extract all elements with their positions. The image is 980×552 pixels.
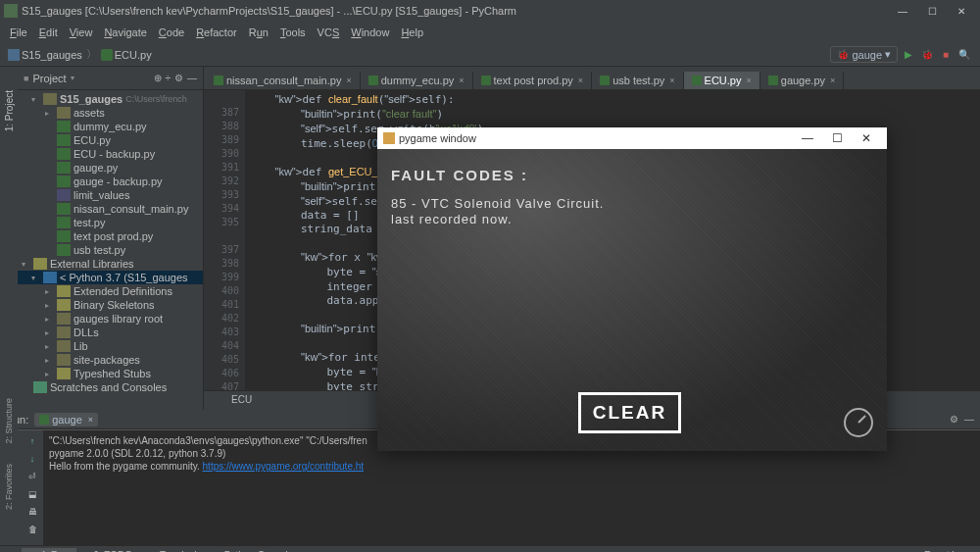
close-button[interactable]: ✕	[947, 1, 976, 21]
menu-file[interactable]: File	[4, 25, 33, 40]
debug-button[interactable]: 🐞	[919, 47, 935, 63]
trash-icon[interactable]: 🗑	[25, 523, 39, 536]
pygame-titlebar[interactable]: pygame window — ☐ ✕	[377, 127, 887, 149]
project-tool-tab[interactable]: 1: Project	[2, 86, 17, 135]
maximize-button[interactable]: ☐	[917, 1, 947, 21]
tree-item[interactable]: dummy_ecu.py	[18, 120, 203, 133]
favorites-tool-tab[interactable]: 2: Favorites	[4, 464, 14, 510]
gauge-icon[interactable]	[844, 408, 873, 437]
python-icon	[368, 75, 378, 85]
structure-tool-tab[interactable]: 2: Structure	[4, 398, 14, 444]
lib-icon	[57, 299, 71, 311]
event-log[interactable]: ☰Event Log	[905, 548, 976, 552]
menu-window[interactable]: Window	[345, 25, 395, 40]
menu-navigate[interactable]: Navigate	[98, 25, 152, 40]
project-tree[interactable]: ▾S15_gauges C:\Users\french ▸assets dumm…	[18, 90, 203, 410]
pygame-maximize[interactable]: ☐	[822, 128, 852, 148]
menu-code[interactable]: Code	[153, 25, 190, 40]
editor-tab[interactable]: usb test.py×	[592, 72, 683, 89]
project-sync-icon[interactable]: ⊕	[154, 73, 162, 83]
tree-item[interactable]: ▸site-packages	[18, 353, 203, 367]
folder-icon	[57, 313, 71, 325]
python-icon	[214, 75, 223, 85]
pygame-window[interactable]: pygame window — ☐ ✕ FAULT CODES : 85 - V…	[377, 127, 887, 451]
folder-icon	[57, 107, 71, 119]
left-bottom-stripe: 2: Structure 2: Favorites	[0, 388, 18, 513]
minimize-button[interactable]: —	[888, 1, 917, 21]
menu-vcs[interactable]: VCS	[312, 25, 346, 40]
python-icon	[481, 75, 491, 85]
up-icon[interactable]: ↑	[25, 434, 39, 448]
tree-root[interactable]: ▾S15_gauges C:\Users\french	[18, 92, 203, 106]
stop-button[interactable]: ■	[938, 47, 954, 63]
close-icon[interactable]: ×	[459, 75, 464, 85]
project-settings-icon[interactable]: ⚙	[174, 73, 183, 83]
tree-ext-lib[interactable]: ▾External Libraries	[18, 257, 203, 271]
project-hide-icon[interactable]: —	[187, 73, 197, 83]
run-tab[interactable]: gauge×	[34, 413, 98, 427]
tree-item[interactable]: ▸Binary Skeletons	[18, 298, 203, 312]
menu-help[interactable]: Help	[395, 25, 429, 40]
editor-tab[interactable]: text post prod.py×	[473, 72, 593, 89]
tree-item[interactable]: ▸gauges library root	[18, 312, 203, 326]
crumb-project[interactable]: S15_gauges	[8, 49, 82, 61]
fault-codes-title: FAULT CODES :	[391, 167, 528, 183]
tree-item[interactable]: ▸Lib	[18, 339, 203, 353]
pygame-close[interactable]: ✕	[852, 128, 881, 148]
tree-item[interactable]: ▸DLLs	[18, 326, 203, 339]
wrap-icon[interactable]: ⏎	[25, 470, 39, 483]
editor-tab-active[interactable]: ECU.py×	[684, 72, 760, 89]
tree-item[interactable]: usb test.py	[18, 243, 203, 257]
tree-item[interactable]: text post prod.py	[18, 229, 203, 243]
tool-terminal[interactable]: ▣Terminal	[140, 548, 205, 552]
search-button[interactable]: 🔍	[956, 47, 972, 63]
menu-run[interactable]: Run	[243, 25, 274, 40]
run-config-name: gauge	[852, 49, 882, 61]
tree-item[interactable]: gauge.py	[18, 161, 203, 175]
tree-item[interactable]: limit_values	[18, 188, 203, 202]
pygame-minimize[interactable]: —	[793, 128, 822, 148]
window-title: S15_gauges [C:\Users\french kev\PycharmP…	[22, 5, 888, 17]
close-icon[interactable]: ×	[346, 75, 351, 85]
menu-refactor[interactable]: Refactor	[190, 25, 243, 40]
tree-item[interactable]: ▸assets	[18, 106, 203, 120]
close-icon[interactable]: ×	[578, 75, 583, 85]
menu-edit[interactable]: Edit	[33, 25, 64, 40]
tree-python-env[interactable]: ▾< Python 3.7 (S15_gauges	[18, 271, 203, 284]
tool-python-console[interactable]: ◉Python Console	[205, 548, 302, 552]
project-collapse-icon[interactable]: ÷	[166, 73, 172, 83]
tree-item[interactable]: nissan_consult_main.py	[18, 202, 203, 216]
editor-tab[interactable]: gauge.py×	[760, 72, 845, 89]
tree-scratches[interactable]: Scratches and Consoles	[18, 380, 203, 394]
editor-tab[interactable]: dummy_ecu.py×	[361, 72, 473, 89]
menu-view[interactable]: View	[64, 25, 99, 40]
tree-item[interactable]: gauge - backup.py	[18, 175, 203, 188]
close-icon[interactable]: ×	[669, 75, 674, 85]
console-link[interactable]: https://www.pygame.org/contribute.ht	[203, 461, 365, 472]
run-hide-icon[interactable]: —	[964, 414, 974, 425]
scroll-icon[interactable]: ⬓	[25, 487, 39, 501]
tree-item[interactable]: ECU - backup.py	[18, 147, 203, 161]
tree-item[interactable]: ▸Typeshed Stubs	[18, 367, 203, 380]
pygame-canvas[interactable]: FAULT CODES : 85 - VTC Solenoid Valve Ci…	[377, 149, 887, 451]
clear-button[interactable]: CLEAR	[578, 392, 681, 433]
crumb-file[interactable]: ECU.py	[101, 49, 152, 61]
python-icon	[57, 230, 71, 242]
tool-todo[interactable]: ≡6: TODO	[76, 548, 140, 552]
editor-tab[interactable]: nissan_consult_main.py×	[206, 72, 361, 89]
tree-item[interactable]: ▸Extended Definitions	[18, 284, 203, 298]
close-icon[interactable]: ×	[747, 75, 752, 85]
tree-item[interactable]: ECU.py	[18, 133, 203, 147]
run-button[interactable]: ▶	[901, 47, 916, 63]
close-icon[interactable]: ×	[88, 415, 93, 425]
print-icon[interactable]: 🖶	[25, 505, 39, 519]
menu-tools[interactable]: Tools	[274, 25, 312, 40]
python-icon	[43, 272, 57, 283]
down-icon[interactable]: ↓	[25, 452, 39, 466]
run-settings-icon[interactable]: ⚙	[950, 414, 958, 425]
close-icon[interactable]: ×	[830, 75, 835, 85]
lib-icon	[57, 285, 71, 297]
run-config-selector[interactable]: 🐞 gauge ▾	[830, 46, 898, 63]
tool-run[interactable]: ▶4: Run	[22, 548, 76, 552]
tree-item[interactable]: test.py	[18, 216, 203, 229]
